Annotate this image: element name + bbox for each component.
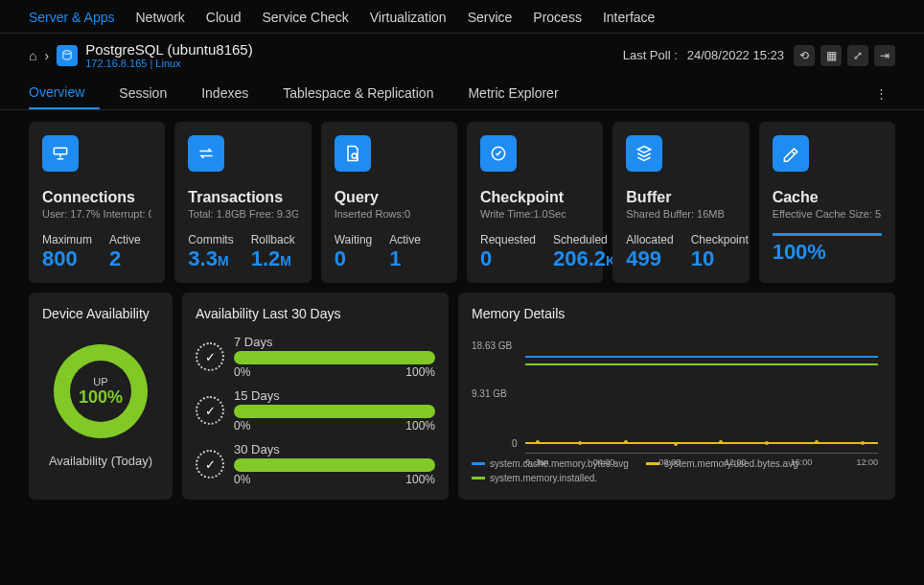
metric-label: Allocated xyxy=(626,233,673,246)
svg-point-0 xyxy=(63,50,71,54)
nav-server-apps[interactable]: Server & Apps xyxy=(29,10,115,25)
availability-bar xyxy=(234,405,435,418)
metric-label: Scheduled xyxy=(553,233,615,246)
card-checkpoint: Checkpoint Write Time:1.0Sec Requested0 … xyxy=(467,122,603,283)
tab-indexes[interactable]: Indexes xyxy=(201,78,264,108)
metric-value: 0 xyxy=(480,246,492,270)
nav-virtualization[interactable]: Virtualization xyxy=(370,10,447,25)
panel-title: Memory Details xyxy=(472,306,882,321)
card-title: Connections xyxy=(42,189,151,206)
stat-cards: Connections User: 17.7% Interrupt: 0% Ma… xyxy=(29,122,895,283)
metric-label: Maximum xyxy=(42,233,92,246)
availability-label: 15 Days xyxy=(234,388,435,403)
nav-service-check[interactable]: Service Check xyxy=(262,10,348,25)
buffer-icon xyxy=(626,135,662,172)
availability-label: 7 Days xyxy=(234,335,435,349)
legend-item[interactable]: system.memory.used.bytes.avg xyxy=(646,458,798,469)
legend-item[interactable]: system.memory.installed. xyxy=(472,473,597,483)
cache-bar xyxy=(773,233,882,236)
tab-metric-explorer[interactable]: Metric Explorer xyxy=(468,78,573,108)
availability-row: 30 Days 0%100% xyxy=(196,442,435,486)
last-poll-value: 24/08/2022 15:23 xyxy=(687,48,784,62)
connections-icon xyxy=(42,135,79,172)
tab-tablespace[interactable]: Tablespace & Replication xyxy=(283,78,449,108)
page-subtitle: 172.16.8.165 | Linux xyxy=(85,58,253,69)
clock-icon xyxy=(196,342,224,371)
y-tick: 18.63 GB xyxy=(472,340,512,351)
last-poll-label: Last Poll : xyxy=(623,48,678,62)
panel-device-availability: Device Availability UP 100% Availability… xyxy=(29,292,173,500)
card-connections: Connections User: 17.7% Interrupt: 0% Ma… xyxy=(29,122,165,283)
y-tick: 0 xyxy=(512,438,518,449)
availability-bar xyxy=(234,458,435,472)
panel-title: Device Availability xyxy=(42,306,150,321)
nav-cloud[interactable]: Cloud xyxy=(206,10,242,25)
tab-session[interactable]: Session xyxy=(119,78,182,108)
metric-label: Active xyxy=(109,233,141,246)
metric-value: 800 xyxy=(42,246,78,270)
collapse-panel-icon[interactable]: ⇥ xyxy=(874,45,895,66)
expand-icon[interactable]: ⤢ xyxy=(847,45,868,66)
sub-tabs: Overview Session Indexes Tablespace & Re… xyxy=(0,77,924,110)
availability-today-label: Availability (Today) xyxy=(49,454,152,468)
availability-min: 0% xyxy=(234,473,250,486)
page-title: PostgreSQL (ubuntu8165) xyxy=(85,41,253,58)
metric-value: 100% xyxy=(773,240,826,264)
card-sub: Effective Cache Size: 512MB xyxy=(773,208,882,220)
card-sub: Total: 1.8GB Free: 9.3GB xyxy=(188,208,297,220)
svg-rect-1 xyxy=(54,148,66,154)
transactions-icon xyxy=(188,135,224,172)
nav-service[interactable]: Service xyxy=(468,10,513,25)
metric-label: Checkpoint xyxy=(691,233,749,246)
card-transactions: Transactions Total: 1.8GB Free: 9.3GB Co… xyxy=(174,122,311,283)
availability-max: 100% xyxy=(405,473,435,486)
availability-bar xyxy=(234,351,435,364)
nav-interface[interactable]: Interface xyxy=(603,10,655,25)
tabs-more-icon[interactable]: ⋮ xyxy=(867,82,895,105)
card-title: Cache xyxy=(773,189,882,206)
refresh-icon[interactable]: ⟲ xyxy=(794,45,815,66)
availability-row: 7 Days 0%100% xyxy=(196,335,435,379)
card-title: Buffer xyxy=(626,189,735,206)
page-header: ⌂ › PostgreSQL (ubuntu8165) 172.16.8.165… xyxy=(0,34,924,77)
donut-pct: 100% xyxy=(79,387,123,408)
checkpoint-icon xyxy=(480,135,517,172)
nav-process[interactable]: Process xyxy=(533,10,582,25)
card-sub: User: 17.7% Interrupt: 0% xyxy=(42,208,151,220)
tab-overview[interactable]: Overview xyxy=(29,77,100,109)
card-title: Query xyxy=(335,189,444,206)
metric-value: 1.2M xyxy=(251,246,291,270)
metric-label: Active xyxy=(389,233,421,246)
postgres-icon xyxy=(57,45,78,66)
metric-value: 10 xyxy=(691,246,714,270)
memory-chart: 18.63 GB 9.31 GB 0 6. Jan04:0008:0012:00… xyxy=(472,335,882,483)
panel-memory-details: Memory Details 18.63 GB 9.31 GB 0 6. Jan… xyxy=(458,292,895,500)
metric-value: 1 xyxy=(389,246,401,270)
chart-legend: system.cache.memory.bytes.avg system.mem… xyxy=(472,458,882,483)
clock-icon xyxy=(196,450,224,479)
chevron-right-icon: › xyxy=(44,48,49,63)
image-icon[interactable]: ▦ xyxy=(820,45,842,66)
series-installed-line xyxy=(525,363,878,365)
home-icon[interactable]: ⌂ xyxy=(29,48,36,63)
series-cache-line xyxy=(525,356,878,358)
legend-item[interactable]: system.cache.memory.bytes.avg xyxy=(472,458,629,469)
metric-value: 2 xyxy=(109,246,121,270)
cache-icon xyxy=(773,135,809,172)
card-title: Checkpoint xyxy=(480,189,589,206)
metric-value: 0 xyxy=(335,246,346,270)
availability-min: 0% xyxy=(234,365,250,379)
metric-label: Commits xyxy=(188,233,233,246)
nav-network[interactable]: Network xyxy=(136,10,185,25)
card-title: Transactions xyxy=(188,189,297,206)
card-sub: Shared Buffer: 16MB xyxy=(626,208,735,220)
availability-row: 15 Days 0%100% xyxy=(196,388,435,433)
availability-donut: UP 100% xyxy=(54,344,148,438)
availability-label: 30 Days xyxy=(234,442,435,456)
clock-icon xyxy=(196,396,224,425)
metric-value: 3.3M xyxy=(188,246,228,270)
plot-area xyxy=(525,335,878,454)
card-query: Query Inserted Rows:0 Waiting0 Active1 xyxy=(321,122,457,283)
top-nav: Server & Apps Network Cloud Service Chec… xyxy=(0,0,924,34)
donut-status: UP xyxy=(93,376,107,387)
